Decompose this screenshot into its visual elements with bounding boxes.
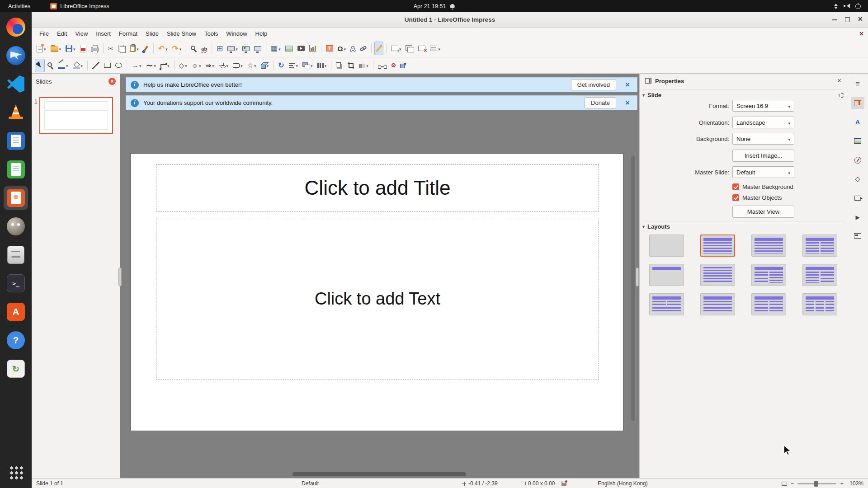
shadow-button[interactable] (334, 59, 344, 72)
layout-two-content-and-content[interactable] (751, 264, 786, 286)
undo-button[interactable] (156, 42, 170, 55)
chevron-down-icon[interactable] (253, 62, 256, 69)
menu-view[interactable]: View (71, 28, 92, 39)
system-indicators[interactable] (834, 0, 868, 12)
cursor-position-status[interactable]: -0.41 / -2.39 (462, 479, 498, 488)
language-status[interactable]: English (Hong Kong) (598, 479, 648, 488)
basic-shapes-button[interactable] (177, 59, 189, 72)
print-button[interactable] (89, 42, 100, 55)
panel-splitter-handle[interactable] (636, 267, 639, 286)
chevron-down-icon[interactable] (65, 62, 68, 69)
start-from-first-slide-button[interactable] (241, 42, 251, 55)
master-name-status[interactable]: Default (302, 479, 319, 488)
show-applications-button[interactable] (4, 460, 28, 484)
export-pdf-button[interactable] (78, 42, 88, 55)
new-document-button[interactable] (35, 42, 48, 55)
line-color-button[interactable] (56, 59, 70, 72)
focused-app-indicator[interactable]: LibreOffice Impress (50, 3, 109, 9)
chevron-down-icon[interactable] (58, 45, 61, 52)
chevron-down-icon[interactable] (240, 62, 243, 69)
menu-help[interactable]: Help (251, 28, 272, 39)
dock-item-files[interactable] (4, 243, 28, 267)
slides-panel-close-icon[interactable] (108, 78, 116, 85)
rotate-button[interactable] (276, 59, 286, 72)
slide-count-status[interactable]: Slide 1 of 1 (36, 479, 63, 488)
copy-button[interactable] (116, 42, 127, 55)
chevron-down-icon[interactable] (437, 45, 440, 52)
chevron-down-icon[interactable] (278, 45, 281, 52)
dock-item-libreoffice-calc[interactable] (4, 157, 28, 182)
start-from-current-slide-button[interactable] (252, 42, 263, 55)
infobar-close-icon[interactable] (623, 99, 632, 108)
select-tool-button[interactable] (35, 59, 45, 72)
chevron-down-icon[interactable] (153, 62, 156, 69)
dock-item-terminal[interactable] (4, 271, 28, 296)
align-objects-button[interactable] (287, 59, 300, 72)
symbol-shapes-button[interactable] (190, 59, 203, 72)
background-select[interactable]: None (732, 133, 794, 145)
menu-slide[interactable]: Slide (142, 28, 163, 39)
duplicate-slide-button[interactable] (404, 42, 415, 55)
menu-file[interactable]: File (35, 28, 53, 39)
section-settings-icon[interactable] (839, 93, 844, 98)
layout-content-over-content[interactable] (700, 293, 735, 315)
dock-item-firefox[interactable] (4, 15, 28, 39)
master-slide-select[interactable]: Default (732, 166, 794, 178)
chevron-down-icon[interactable] (136, 45, 139, 52)
dock-item-ubuntu-software[interactable] (4, 300, 28, 324)
layout-four-content[interactable] (751, 293, 786, 315)
chevron-down-icon[interactable] (343, 45, 346, 52)
dock-item-thunderbird[interactable] (4, 43, 28, 68)
chevron-down-icon[interactable] (295, 62, 298, 69)
chevron-down-icon[interactable] (179, 45, 182, 52)
master-objects-checkbox[interactable]: Master Objects (732, 193, 782, 202)
block-arrows-button[interactable] (203, 59, 216, 72)
zoom-slider[interactable] (797, 483, 836, 484)
clock-menu[interactable]: Apr 21 19:51 (414, 0, 455, 12)
distribute-button[interactable] (316, 59, 329, 72)
display-grid-button[interactable] (215, 42, 225, 55)
ellipse-tool-button[interactable] (113, 59, 124, 72)
chevron-down-icon[interactable] (165, 45, 168, 52)
panel-splitter-handle[interactable] (118, 267, 122, 286)
get-involved-button[interactable]: Get involved (571, 79, 616, 90)
chevron-down-icon[interactable] (184, 62, 187, 69)
dock-item-vlc[interactable] (4, 100, 28, 125)
insert-image-button[interactable] (283, 42, 295, 55)
lines-and-arrows-button[interactable] (130, 59, 143, 72)
edit-points-button[interactable] (376, 59, 389, 72)
special-character-button[interactable] (336, 42, 348, 55)
image-filter-button[interactable] (357, 59, 370, 72)
chevron-down-icon[interactable] (226, 62, 229, 69)
menu-tools[interactable]: Tools (200, 28, 222, 39)
object-size-status[interactable]: 0.00 x 0.00 (521, 479, 555, 488)
menu-window[interactable]: Window (222, 28, 251, 39)
cut-button[interactable] (106, 42, 116, 55)
connectors-button[interactable] (159, 59, 171, 72)
orientation-select[interactable]: Landscape (732, 117, 794, 128)
layouts-section-header[interactable]: Layouts (642, 221, 844, 232)
slide-section-header[interactable]: Slide (642, 89, 844, 100)
insert-line-button[interactable] (90, 59, 101, 72)
zoom-level-value[interactable]: 103% (847, 480, 863, 487)
window-title-bar[interactable]: Untitled 1 - LibreOffice Impress (32, 12, 868, 28)
chevron-down-icon[interactable] (324, 62, 327, 69)
insert-media-button[interactable] (296, 42, 307, 55)
format-select[interactable]: Screen 16:9 (732, 100, 794, 112)
star-shapes-button[interactable] (245, 59, 258, 72)
body-text-placeholder[interactable]: Click to add Text (156, 218, 599, 380)
find-replace-button[interactable] (189, 42, 198, 55)
layout-content-and-two-content[interactable] (802, 264, 837, 286)
chevron-down-icon[interactable] (138, 62, 142, 69)
dock-item-gimp[interactable] (4, 214, 28, 239)
layout-title-content[interactable] (751, 235, 786, 257)
zoom-in-icon[interactable]: + (840, 481, 844, 487)
tab-slide-transition[interactable] (851, 192, 864, 204)
slide-canvas[interactable]: Click to add Title Click to add Text (130, 153, 623, 431)
tab-animation[interactable] (851, 211, 864, 223)
fontwork-button[interactable] (349, 42, 357, 55)
slide-thumbnail[interactable] (39, 97, 113, 134)
close-document-icon[interactable] (859, 30, 863, 38)
fill-color-button[interactable] (71, 59, 85, 72)
menu-edit[interactable]: Edit (53, 28, 71, 39)
